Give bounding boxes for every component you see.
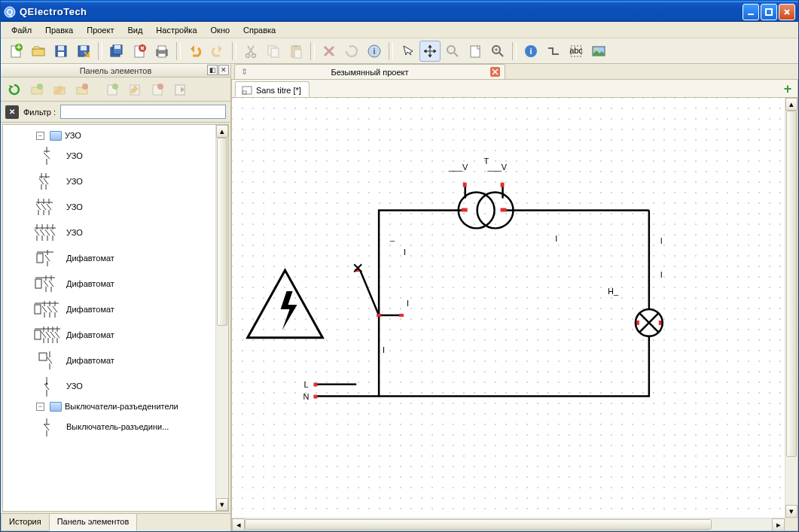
svg-rect-49 (35, 330, 41, 339)
tree-scrollbar[interactable]: ▴ ▾ (215, 125, 228, 511)
redo-button[interactable] (207, 41, 228, 62)
info-button[interactable]: i (364, 41, 385, 62)
print-button[interactable] (151, 41, 172, 62)
sheet-tab-label: Sans titre [*] (256, 86, 301, 95)
copy-button[interactable] (263, 41, 284, 62)
titlebar[interactable]: Q QElectroTech (1, 1, 798, 22)
tree-item[interactable]: УЗО (5, 220, 228, 245)
minimize-button[interactable] (743, 4, 759, 20)
label-L: L (303, 380, 308, 389)
sheet-icon (242, 86, 252, 95)
delete-element-button[interactable] (147, 79, 168, 100)
menu-edit[interactable]: Правка (39, 24, 79, 36)
page-tool[interactable] (465, 41, 486, 62)
main-toolbar: + i i abc (1, 38, 798, 64)
svg-rect-3 (766, 9, 772, 15)
save-all-button[interactable] (106, 41, 127, 62)
new-folder-button[interactable] (26, 79, 47, 100)
tree-item[interactable]: УЗО (5, 373, 228, 399)
collapse-icon[interactable]: − (36, 132, 44, 140)
tree-item[interactable]: Дифавтомат (5, 245, 228, 271)
menu-file[interactable]: Файл (5, 24, 38, 36)
scroll-left-button[interactable]: ◂ (232, 518, 245, 531)
tree-item[interactable]: Дифавтомат (5, 271, 228, 296)
menu-help[interactable]: Справка (237, 24, 282, 36)
menu-view[interactable]: Вид (121, 24, 148, 36)
new-button[interactable]: + (5, 41, 26, 62)
scroll-down-button[interactable]: ▾ (785, 505, 797, 518)
svg-rect-11 (81, 46, 87, 50)
scroll-up-button[interactable]: ▴ (785, 98, 797, 111)
add-sheet-button[interactable]: + (781, 82, 794, 96)
close-button[interactable] (779, 4, 795, 20)
save-as-button[interactable] (73, 41, 94, 62)
filter-input[interactable] (60, 105, 226, 119)
sheet-tab[interactable]: Sans titre [*] (235, 81, 310, 97)
tree-item[interactable]: Дифавтомат (5, 296, 228, 322)
schematic-drawing: L N ___V ___V T H_ _ I I I I I I (232, 98, 785, 518)
close-file-button[interactable] (129, 41, 150, 62)
save-button[interactable] (50, 41, 72, 62)
close-tab-icon[interactable] (490, 67, 500, 77)
project-tab[interactable]: ⇕ Безымянный проект (234, 64, 505, 79)
delete-folder-button[interactable] (72, 79, 93, 100)
svg-rect-62 (501, 183, 505, 187)
clear-filter-button[interactable]: ✕ (5, 105, 19, 119)
zoom-fit-button[interactable] (487, 41, 508, 62)
folder-icon (50, 131, 62, 141)
scroll-thumb[interactable] (217, 138, 227, 326)
new-element-button[interactable] (102, 79, 123, 100)
move-tool[interactable] (419, 41, 441, 62)
image-tool[interactable] (588, 41, 609, 62)
rotate-button[interactable] (341, 41, 362, 62)
folder-label: УЗО (65, 131, 81, 140)
undo-button[interactable] (185, 41, 206, 62)
canvas-vscrollbar[interactable]: ▴ ▾ (785, 98, 797, 518)
tree-folder[interactable]: − УЗО (5, 128, 228, 143)
scroll-thumb[interactable] (245, 519, 712, 530)
collapse-icon[interactable]: − (36, 403, 44, 411)
panel-float-button[interactable]: ◧ (207, 65, 218, 75)
import-button[interactable] (169, 79, 191, 100)
menu-project[interactable]: Проект (81, 24, 120, 36)
scroll-down-button[interactable]: ▾ (216, 498, 228, 511)
tree-item[interactable]: Выключатель-разъедини... (5, 414, 228, 439)
elements-tree[interactable]: − УЗО УЗО УЗО УЗО УЗО Дифавтомат Дифавто… (2, 124, 229, 512)
tree-item[interactable]: УЗО (5, 194, 228, 220)
tree-item[interactable]: Дифавтомат (5, 348, 228, 373)
maximize-button[interactable] (761, 4, 777, 20)
wire-tool[interactable] (543, 41, 564, 62)
schematic-canvas[interactable]: L N ___V ___V T H_ _ I I I I I I (232, 98, 785, 518)
tab-history[interactable]: История (1, 514, 50, 531)
tree-folder[interactable]: − Выключатели-разъеденители (5, 399, 228, 414)
paste-button[interactable] (285, 41, 306, 62)
tree-item[interactable]: УЗО (5, 143, 228, 169)
open-button[interactable] (28, 41, 49, 62)
svg-rect-48 (35, 305, 41, 314)
svg-rect-26 (294, 50, 301, 58)
panel-close-button[interactable]: ✕ (218, 65, 229, 75)
scroll-up-button[interactable]: ▴ (216, 125, 228, 138)
zoom-tool[interactable] (442, 41, 463, 62)
tree-item[interactable]: УЗО (5, 169, 228, 194)
svg-point-38 (37, 84, 43, 90)
delete-button[interactable] (319, 41, 340, 62)
scroll-right-button[interactable]: ▸ (772, 518, 785, 531)
canvas-hscrollbar[interactable]: ◂ ▸ (232, 518, 785, 530)
edit-folder-button[interactable] (49, 79, 70, 100)
pointer-tool[interactable] (397, 41, 418, 62)
refresh-button[interactable] (4, 79, 25, 100)
menubar: Файл Правка Проект Вид Настройка Окно Сп… (1, 22, 798, 38)
window-title: QElectroTech (20, 6, 743, 17)
select-area-tool[interactable]: abc (566, 41, 587, 62)
tab-elements[interactable]: Панель элементов (49, 514, 138, 531)
menu-window[interactable]: Окно (205, 24, 236, 36)
help-button[interactable]: i (520, 41, 541, 62)
svg-text:I: I (383, 345, 385, 354)
edit-element-button[interactable] (124, 79, 145, 100)
cut-button[interactable] (240, 41, 261, 62)
menu-settings[interactable]: Настройка (150, 24, 203, 36)
tree-item[interactable]: Дифавтомат (5, 322, 228, 348)
scroll-thumb[interactable] (786, 111, 797, 457)
panel-toolbar (1, 78, 230, 102)
